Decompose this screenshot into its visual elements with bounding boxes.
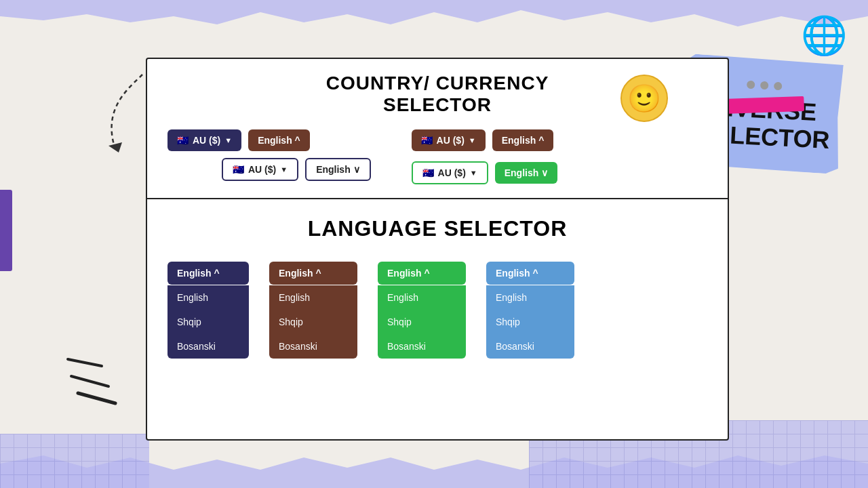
country-btn-outlined-1[interactable]: 🇦🇺 AU ($) ▼ xyxy=(222,158,298,181)
country-btn-brown-1[interactable]: 🇦🇺 AU ($) ▼ xyxy=(412,129,486,151)
lang-dropdown-btn-blue[interactable]: English ^ xyxy=(486,262,574,285)
lang-btn-green-1[interactable]: English ∨ xyxy=(495,162,557,184)
language-dropdown-blue: English ^ English Shqip Bosanski xyxy=(486,262,574,359)
list-item[interactable]: Shqip xyxy=(167,310,249,334)
country-btn-dark-1[interactable]: 🇦🇺 AU ($) ▼ xyxy=(167,129,241,151)
chevron-down-icon-1: ▼ xyxy=(224,136,232,144)
svg-line-2 xyxy=(71,376,108,386)
lang-list-dark: English Shqip Bosanski xyxy=(167,285,249,359)
globe-icon: 🌐 xyxy=(801,14,848,58)
language-dropdown-dark: English ^ English Shqip Bosanski xyxy=(167,262,249,359)
smiley-icon: 🙂 xyxy=(620,75,668,122)
lang-btn-outlined-1[interactable]: English ∨ xyxy=(305,158,370,181)
au-flag-4: 🇦🇺 xyxy=(422,167,434,178)
left-accent-bar xyxy=(0,190,12,271)
lang-btn-brown-2[interactable]: English ^ xyxy=(492,129,554,151)
list-item[interactable]: English xyxy=(486,285,574,310)
au-flag-1: 🇦🇺 xyxy=(177,135,189,146)
chevron-down-icon-2: ▼ xyxy=(280,165,288,174)
lang-list-green: English Shqip Bosanski xyxy=(378,285,466,359)
language-dropdowns-container: English ^ English Shqip Bosanski English… xyxy=(167,262,707,359)
lang-list-blue: English Shqip Bosanski xyxy=(486,285,574,359)
list-item[interactable]: Shqip xyxy=(269,310,357,334)
chevron-down-icon-3: ▼ xyxy=(469,136,476,144)
list-item[interactable]: Shqip xyxy=(486,310,574,334)
list-item[interactable]: English xyxy=(269,285,357,310)
dot-2 xyxy=(760,81,769,90)
lang-list-brown: English Shqip Bosanski xyxy=(269,285,357,359)
grid-decoration-bottom-left xyxy=(0,434,149,488)
language-dropdown-green: English ^ English Shqip Bosanski xyxy=(378,262,466,359)
dot-1 xyxy=(747,81,755,89)
country-btn-outlined-green-1[interactable]: 🇦🇺 AU ($) ▼ xyxy=(412,161,488,184)
list-item[interactable]: English xyxy=(167,285,249,310)
lang-dropdown-btn-green[interactable]: English ^ xyxy=(378,262,466,285)
dot-3 xyxy=(774,82,783,91)
brush-strokes-decoration xyxy=(61,352,129,407)
lang-btn-brown-1[interactable]: English ^ xyxy=(248,129,310,151)
svg-line-1 xyxy=(68,359,102,366)
list-item[interactable]: Bosanski xyxy=(378,334,466,359)
list-item[interactable]: Bosanski xyxy=(486,334,574,359)
list-item[interactable]: Bosanski xyxy=(167,334,249,359)
torn-paper-top xyxy=(0,0,868,41)
au-flag-2: 🇦🇺 xyxy=(233,164,244,175)
au-flag-3: 🇦🇺 xyxy=(421,135,433,146)
chevron-down-icon-4: ▼ xyxy=(470,169,477,177)
lang-dropdown-btn-brown[interactable]: English ^ xyxy=(269,262,357,285)
pink-tape-decoration xyxy=(722,96,804,114)
svg-marker-0 xyxy=(108,142,122,152)
list-item[interactable]: Bosanski xyxy=(269,334,357,359)
svg-line-3 xyxy=(78,393,115,403)
lang-dropdown-btn-dark[interactable]: English ^ xyxy=(167,262,249,285)
language-dropdown-brown: English ^ English Shqip Bosanski xyxy=(269,262,357,359)
list-item[interactable]: Shqip xyxy=(378,310,466,334)
language-selector-section: LANGUAGE SELECTOR English ^ English Shqi… xyxy=(147,199,728,375)
language-selector-title: LANGUAGE SELECTOR xyxy=(167,216,707,241)
list-item[interactable]: English xyxy=(378,285,466,310)
